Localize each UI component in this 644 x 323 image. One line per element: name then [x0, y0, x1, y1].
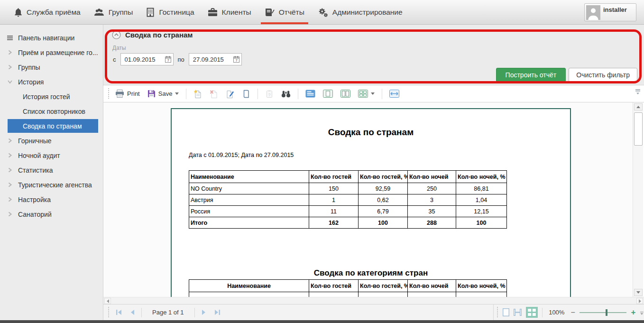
nav-tab-hotel[interactable]: Гостиница: [139, 0, 201, 24]
nav-tab-administration[interactable]: Администрирование: [311, 0, 409, 24]
page-width-icon: [389, 90, 399, 98]
clipboard-question-icon: ?: [265, 90, 274, 98]
scroll-right-button[interactable]: [636, 298, 643, 304]
toolbar-drag-handle[interactable]: [107, 88, 110, 100]
report-filter-panel: Сводка по странам Даты с 7 по 7 Построит…: [103, 25, 644, 85]
statusbar-separator: [542, 308, 543, 317]
find-button[interactable]: [279, 89, 293, 99]
zoom-page-width-button[interactable]: [514, 309, 522, 316]
vertical-scroll-thumb[interactable]: [634, 112, 643, 146]
zoom-slider-handle[interactable]: [606, 309, 607, 316]
previous-page-button[interactable]: [129, 309, 137, 316]
user-menu-button[interactable]: installer: [584, 3, 636, 21]
calendar-icon[interactable]: 7: [165, 56, 171, 63]
scroll-left-button[interactable]: [104, 298, 111, 304]
first-page-button[interactable]: [114, 309, 124, 316]
sidebar-item-country-summary[interactable]: Сводка по странам: [8, 119, 98, 133]
sidebar-item-sanatorium[interactable]: Санаторий: [0, 207, 103, 221]
many-pages-view-icon: [358, 90, 368, 98]
svg-text:7: 7: [235, 58, 237, 63]
delete-page-icon: [210, 90, 218, 98]
sidebar-item-housekeeping[interactable]: Горничные: [0, 133, 103, 148]
zoom-level: 100%: [547, 309, 566, 316]
gears-icon: [318, 8, 328, 17]
zoom-in-button[interactable]: +: [631, 310, 635, 315]
page-setup-button[interactable]: [240, 88, 252, 100]
delete-page-button[interactable]: [208, 88, 220, 100]
sidebar-item-settings[interactable]: Настройка: [0, 192, 103, 207]
table-cell: 0,62: [359, 194, 408, 206]
build-report-button[interactable]: Построить отчёт: [496, 68, 566, 82]
hamburger-icon: [7, 35, 13, 41]
column-header: Кол-во гостей: [309, 280, 359, 292]
sidebar-item-label: Статистика: [18, 166, 53, 174]
sidebar-header-label: Панель навигации: [18, 34, 74, 42]
scroll-up-button[interactable]: [634, 103, 643, 111]
toolbar-overflow-button[interactable]: [635, 88, 641, 97]
view-whole-page-button[interactable]: [321, 88, 335, 99]
sidebar-item-repeat-guests[interactable]: Список повторников: [0, 104, 103, 119]
pager-drag-handle[interactable]: [107, 307, 110, 318]
zoom-drag-handle[interactable]: [497, 307, 498, 318]
sidebar-navigation: Панель навигации Приём и размещение го..…: [0, 25, 103, 320]
sidebar-item-statistics[interactable]: Статистика: [0, 163, 103, 177]
table-cell: [359, 292, 408, 297]
table-cell: [309, 292, 359, 297]
zoom-multi-page-button[interactable]: [526, 307, 538, 318]
scroll-down-button[interactable]: [634, 289, 643, 296]
save-label: Save: [158, 90, 173, 97]
sidebar-item-travel-agencies[interactable]: Туристические агенства: [0, 177, 103, 192]
nav-tab-reports[interactable]: Отчёты: [258, 0, 311, 24]
table-cell: 35: [408, 206, 456, 217]
zoom-out-button[interactable]: −: [570, 310, 575, 315]
avatar: [586, 5, 600, 20]
sidebar-header-navigation-panel[interactable]: Панель навигации: [0, 30, 103, 45]
users-icon: [94, 8, 104, 17]
view-two-pages-button[interactable]: [339, 88, 352, 99]
calendar-icon[interactable]: 7: [233, 56, 239, 63]
view-single-page-button[interactable]: [304, 88, 317, 99]
print-button[interactable]: Print: [113, 88, 142, 99]
table-row: Австрия 1 0,62 3 1,04: [189, 194, 507, 206]
table-cell: 1,04: [456, 194, 507, 206]
view-many-pages-button[interactable]: [356, 88, 377, 99]
zoom-slider[interactable]: [580, 309, 627, 316]
nav-tab-label: Гостиница: [159, 8, 194, 17]
building-icon: [146, 8, 155, 17]
vertical-scrollbar[interactable]: [633, 102, 643, 297]
sidebar-item-guest-history[interactable]: История гостей: [0, 89, 103, 104]
sidebar-item-groups[interactable]: Группы: [0, 60, 103, 74]
nav-tab-label: Служба приёма: [27, 8, 81, 17]
multi-page-grid-icon: [526, 307, 538, 318]
zoom-single-page-button[interactable]: [503, 308, 509, 316]
table-row: Россия 11 6,79 35 12,15: [189, 206, 507, 217]
statusbar-separator: [194, 308, 195, 317]
preview-status-bar: Page 1 of 1 100% −: [103, 304, 644, 320]
nav-tab-groups[interactable]: Группы: [87, 0, 140, 24]
table-cell: 6,79: [359, 206, 408, 217]
save-button[interactable]: Save: [146, 88, 181, 99]
horizontal-scrollbar[interactable]: [103, 297, 644, 304]
nav-tab-clients[interactable]: Клиенты: [201, 0, 258, 24]
nav-tab-label: Отчёты: [279, 8, 304, 17]
sidebar-item-night-audit[interactable]: Ночной аудит: [0, 148, 103, 163]
clear-filter-button[interactable]: Очистить фильтр: [569, 68, 637, 82]
table-row: NO Country 150 92,59 250 86,81: [189, 183, 507, 194]
sidebar-item-history[interactable]: История: [0, 74, 103, 89]
sidebar-item-reception-accommodation[interactable]: Приём и размещение го...: [0, 45, 103, 60]
add-page-button[interactable]: [192, 88, 204, 100]
previous-page-icon: [130, 310, 135, 315]
table-cell: 100: [456, 217, 507, 229]
column-header: Наименование: [189, 280, 309, 292]
scroll-corner-spinner[interactable]: [640, 309, 644, 316]
next-page-button[interactable]: [200, 309, 208, 316]
column-header: Кол-во гостей, %: [359, 280, 408, 292]
clipboard-help-button[interactable]: ?: [263, 88, 276, 100]
edit-page-button[interactable]: [224, 88, 236, 100]
page-width-button[interactable]: [387, 88, 401, 99]
sidebar-item-label: Приём и размещение го...: [18, 49, 98, 56]
collapse-panel-button[interactable]: [112, 30, 121, 39]
last-page-button[interactable]: [212, 309, 222, 316]
report-preview-area[interactable]: Сводка по странам Дата с 01.09.2015; Дат…: [103, 102, 633, 297]
nav-tab-reception[interactable]: Служба приёма: [8, 0, 87, 24]
